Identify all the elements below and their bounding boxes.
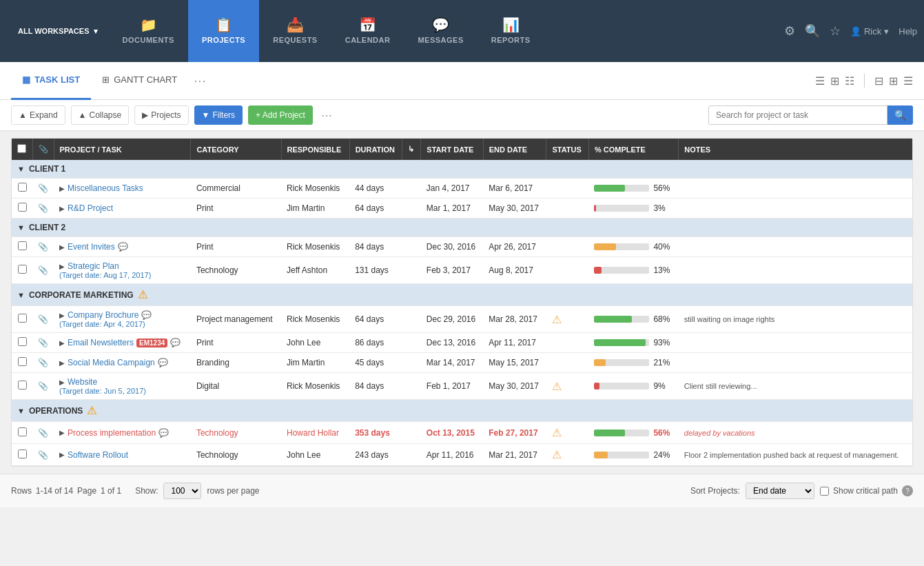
row-checkbox[interactable]	[18, 427, 27, 436]
row-checkbox[interactable]	[18, 381, 27, 390]
th-notes[interactable]: NOTES	[679, 139, 912, 160]
group-collapse-icon[interactable]: ▼	[17, 223, 25, 232]
view-icon-6[interactable]: ☰	[903, 74, 913, 88]
help-link[interactable]: Help	[899, 26, 917, 37]
nav-item-documents[interactable]: 📁 DOCUMENTS	[109, 0, 188, 62]
group-collapse-icon[interactable]: ▼	[17, 291, 25, 299]
row-expand-btn[interactable]: ▶	[59, 312, 65, 319]
critical-path-checkbox[interactable]	[820, 487, 829, 496]
row-expand-btn[interactable]: ▶	[59, 378, 65, 386]
nav-item-projects[interactable]: 📋 PROJECTS	[188, 0, 259, 62]
task-name-link[interactable]: Social Media Campaign	[68, 358, 155, 367]
nav-item-requests[interactable]: 📥 REQUESTS	[259, 0, 331, 62]
row-arrow-cell	[402, 237, 421, 257]
chat-icon[interactable]: 💬	[158, 358, 168, 367]
row-expand-btn[interactable]: ▶	[59, 429, 65, 436]
row-responsible-cell: Jim Martin	[281, 353, 349, 373]
search-button[interactable]: 🔍	[887, 105, 913, 125]
row-expand-btn[interactable]: ▶	[59, 339, 65, 347]
task-name-link[interactable]: Company Brochure	[68, 310, 138, 320]
group-collapse-icon[interactable]: ▼	[17, 165, 25, 173]
task-name-link[interactable]: R&D Project	[68, 203, 113, 213]
row-expand-btn[interactable]: ▶	[59, 243, 65, 251]
nav-item-calendar[interactable]: 📅 CALENDAR	[331, 0, 404, 62]
progress-fill	[594, 359, 606, 366]
row-task-cell: ▶ R&D Project	[54, 199, 191, 219]
view-icon-3[interactable]: ☷	[845, 74, 854, 88]
filters-button[interactable]: ▼ Filters	[194, 105, 243, 125]
tab-gantt-chart[interactable]: ⊞ GANTT CHART	[91, 62, 188, 100]
row-checkbox-cell	[12, 306, 32, 333]
th-project-task[interactable]: PROJECT / TASK	[54, 139, 191, 160]
th-pct-complete[interactable]: % COMPLETE	[588, 139, 678, 160]
collapse-button[interactable]: ▲ Collapse	[71, 105, 130, 125]
add-project-button[interactable]: + Add Project	[248, 105, 313, 125]
task-name-link[interactable]: Software Rollout	[68, 450, 128, 460]
nav-item-reports-label: REPORTS	[491, 36, 531, 44]
row-status-cell	[546, 333, 588, 353]
row-expand-btn[interactable]: ▶	[59, 185, 65, 192]
task-name-link[interactable]: Event Invites	[68, 242, 115, 252]
row-checkbox[interactable]	[18, 265, 27, 274]
sort-select[interactable]: End date Start date Name % Complete	[746, 483, 814, 499]
group-row: ▼CORPORATE MARKETING⚠	[12, 284, 912, 306]
th-responsible[interactable]: RESPONSIBLE	[281, 139, 349, 160]
tab-more-icon[interactable]: ⋯	[188, 73, 212, 88]
chat-icon[interactable]: 💬	[158, 428, 169, 438]
task-name-link[interactable]: Miscellaneous Tasks	[68, 183, 143, 193]
th-status[interactable]: STATUS	[546, 139, 588, 160]
table-row: 📎 ▶ Process implementation 💬 Technology …	[12, 422, 912, 444]
chat-icon[interactable]: 💬	[141, 310, 152, 320]
progress-bar	[594, 359, 649, 366]
row-checkbox[interactable]	[18, 337, 27, 346]
row-attach-cell: 📎	[32, 179, 54, 199]
view-icon-2[interactable]: ⊞	[830, 74, 839, 88]
task-name-link[interactable]: Website	[68, 377, 97, 387]
row-checkbox[interactable]	[18, 203, 27, 212]
favorites-icon[interactable]: ☆	[830, 23, 841, 39]
th-category[interactable]: CATEGORY	[191, 139, 281, 160]
workspace-selector[interactable]: ALL WORKSPACES ▾	[7, 27, 109, 36]
attach-icon: 📎	[38, 314, 48, 324]
row-checkbox[interactable]	[18, 241, 27, 250]
tab-task-list[interactable]: ▦ TASK LIST	[11, 62, 91, 100]
view-icon-5[interactable]: ⊞	[889, 74, 898, 88]
search-input[interactable]	[708, 105, 887, 125]
row-expand-btn[interactable]: ▶	[59, 263, 65, 270]
row-attach-cell: 📎	[32, 353, 54, 373]
row-expand-btn[interactable]: ▶	[59, 205, 65, 212]
rows-per-page-select[interactable]: 100 50 25 10	[163, 483, 201, 499]
row-checkbox[interactable]	[18, 314, 27, 323]
row-checkbox[interactable]	[18, 357, 27, 366]
row-duration-cell: 86 days	[349, 333, 402, 353]
task-name-link[interactable]: Strategic Plan	[68, 261, 119, 271]
th-end-date[interactable]: END DATE	[483, 139, 546, 160]
task-name-link[interactable]: Process implementation	[68, 428, 156, 438]
view-icon-1[interactable]: ☰	[815, 74, 825, 88]
group-collapse-icon[interactable]: ▼	[17, 407, 25, 415]
nav-item-reports[interactable]: 📊 REPORTS	[478, 0, 544, 62]
row-responsible-cell: John Lee	[281, 444, 349, 466]
th-start-date[interactable]: START DATE	[421, 139, 483, 160]
select-all-checkbox[interactable]	[17, 144, 26, 153]
expand-button[interactable]: ▲ Expand	[11, 105, 65, 125]
nav-item-messages[interactable]: 💬 MESSAGES	[404, 0, 477, 62]
status-warn-icon: ⚠	[552, 314, 562, 325]
row-checkbox[interactable]	[18, 183, 27, 192]
settings-icon[interactable]: ⚙	[784, 23, 795, 39]
row-checkbox[interactable]	[18, 449, 27, 458]
progress-bar	[594, 429, 649, 436]
th-duration[interactable]: DURATION	[349, 139, 402, 160]
critical-path-help-icon[interactable]: ?	[902, 485, 913, 496]
toolbar-more-icon[interactable]: ⋯	[318, 109, 335, 122]
row-duration-cell: 84 days	[349, 237, 402, 257]
task-name-link[interactable]: Email Newsletters	[68, 338, 134, 347]
view-icon-4[interactable]: ⊟	[874, 74, 883, 88]
global-search-icon[interactable]: 🔍	[805, 23, 820, 39]
row-expand-btn[interactable]: ▶	[59, 359, 65, 367]
projects-button[interactable]: ▶ Projects	[134, 105, 188, 125]
chat-icon[interactable]: 💬	[170, 338, 181, 347]
user-menu[interactable]: 👤 Rick ▾	[850, 26, 889, 37]
chat-icon[interactable]: 💬	[118, 242, 128, 252]
row-expand-btn[interactable]: ▶	[59, 451, 65, 458]
